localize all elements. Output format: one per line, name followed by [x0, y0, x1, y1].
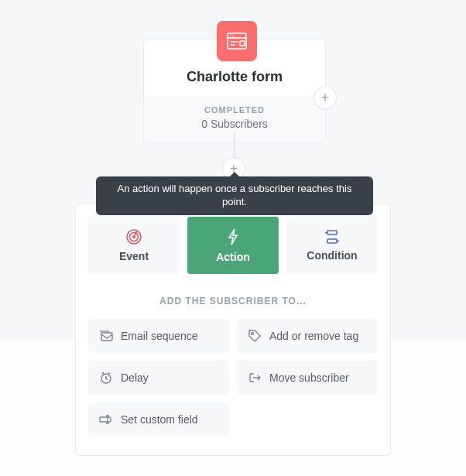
- svg-point-3: [232, 35, 234, 36]
- svg-point-9: [132, 235, 135, 238]
- step-panel: Event Action: [75, 204, 391, 456]
- svg-rect-11: [327, 239, 337, 243]
- tab-label: Condition: [307, 249, 357, 262]
- svg-point-2: [230, 35, 231, 36]
- tab-label: Event: [119, 250, 149, 262]
- option-label: Set custom field: [121, 413, 198, 426]
- clock-icon: [98, 371, 115, 385]
- svg-point-15: [252, 333, 254, 335]
- add-branch-button[interactable]: +: [314, 86, 337, 109]
- field-icon: [98, 413, 115, 426]
- option-move[interactable]: Move subscriber: [237, 361, 378, 395]
- option-label: Move subscriber: [269, 372, 349, 384]
- subscribers-count: 0 Subscribers: [144, 118, 325, 130]
- target-icon: [125, 228, 142, 245]
- tab-event[interactable]: Event: [88, 217, 180, 274]
- move-icon: [246, 372, 263, 384]
- completed-label: Completed: [144, 105, 325, 115]
- option-email-sequence[interactable]: Email sequence: [88, 319, 229, 353]
- tab-label: Action: [216, 251, 250, 263]
- tab-condition[interactable]: Condition: [286, 217, 378, 274]
- step-type-tabs: Event Action: [88, 217, 378, 274]
- svg-rect-14: [101, 333, 112, 341]
- plus-icon: +: [321, 90, 330, 106]
- lightning-icon: [225, 228, 241, 246]
- svg-rect-17: [100, 417, 111, 422]
- option-label: Email sequence: [121, 330, 198, 342]
- section-title: Add the subscriber to...: [88, 296, 378, 306]
- tag-icon: [246, 329, 263, 343]
- form-icon: [217, 21, 257, 61]
- svg-rect-10: [327, 231, 337, 235]
- option-label: Delay: [121, 372, 149, 384]
- mail-stack-icon: [98, 330, 115, 342]
- svg-rect-6: [240, 41, 245, 46]
- tab-action[interactable]: Action: [187, 217, 279, 274]
- option-custom-field[interactable]: Set custom field: [88, 402, 229, 437]
- option-label: Add or remove tag: [269, 330, 358, 342]
- tooltip: An action will happen once a subscriber …: [96, 176, 373, 215]
- option-tag[interactable]: Add or remove tag: [237, 319, 378, 353]
- action-options: Email sequence Add or remove tag: [88, 319, 378, 437]
- trigger-card[interactable]: Charlotte form Completed 0 Subscribers +: [143, 39, 326, 143]
- option-delay[interactable]: Delay: [88, 361, 229, 395]
- condition-icon: [323, 229, 341, 245]
